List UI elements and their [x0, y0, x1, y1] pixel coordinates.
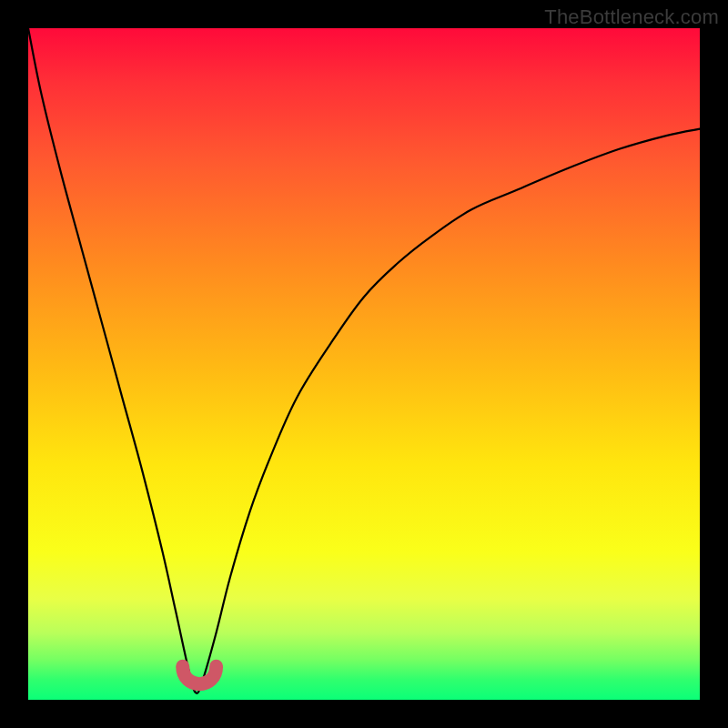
bottleneck-curve — [28, 28, 700, 693]
plot-area — [28, 28, 700, 700]
curve-layer — [28, 28, 700, 700]
watermark-text: TheBottleneck.com — [544, 5, 719, 29]
min-region-marker — [183, 666, 217, 684]
chart-frame: TheBottleneck.com — [0, 0, 728, 728]
